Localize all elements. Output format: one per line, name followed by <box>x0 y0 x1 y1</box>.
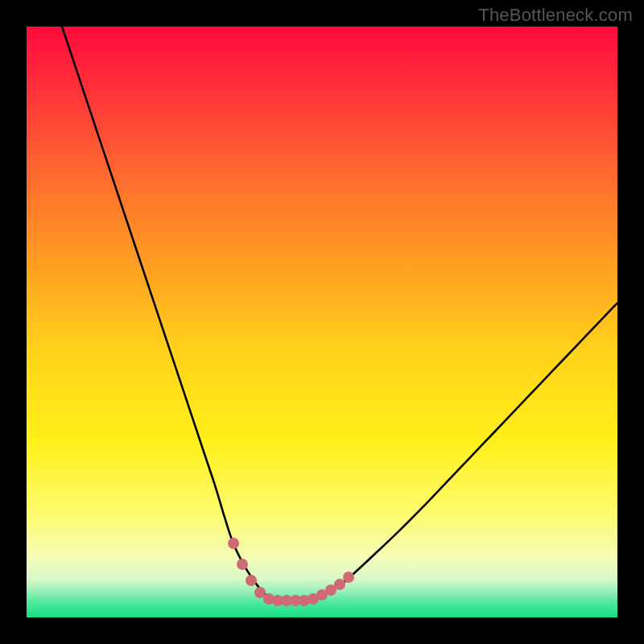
plot-area <box>27 27 617 617</box>
watermark-text: TheBottleneck.com <box>478 5 633 26</box>
curve-marker <box>228 538 239 549</box>
bottleneck-curve <box>27 27 617 617</box>
curve-marker <box>246 575 257 586</box>
curve-marker <box>237 559 248 570</box>
curve-marker <box>343 572 354 583</box>
chart-frame: TheBottleneck.com <box>0 0 644 644</box>
